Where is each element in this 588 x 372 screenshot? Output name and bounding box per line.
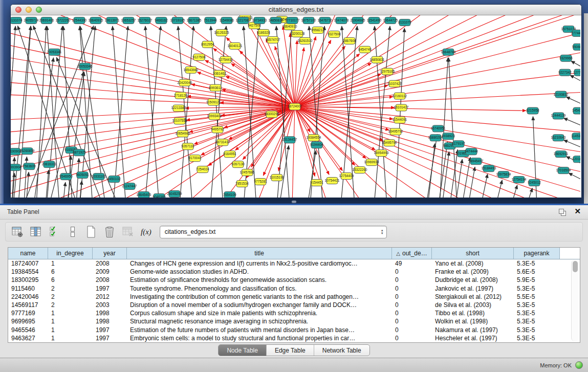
network-node[interactable]: 18126325 — [214, 29, 229, 36]
table-row[interactable]: 946362711997Embryonic stem cells: a mode… — [8, 334, 580, 342]
network-node[interactable]: 15134457 — [282, 137, 297, 143]
network-node[interactable]: 2718126 — [174, 92, 187, 99]
column-header-year[interactable]: year — [93, 248, 127, 259]
network-node[interactable]: 8215958 — [526, 107, 539, 114]
network-node[interactable]: 12754411 — [219, 56, 233, 63]
network-node[interactable]: 17710177 — [285, 17, 300, 24]
network-node[interactable]: 11549086 — [220, 17, 234, 24]
float-panel-icon[interactable] — [559, 209, 565, 215]
network-node[interactable]: 9450102 — [107, 176, 121, 183]
network-node[interactable]: 10474078 — [334, 17, 349, 24]
network-node[interactable]: 18724007 — [288, 103, 302, 110]
network-node[interactable]: 8993904 — [11, 164, 21, 171]
close-panel-icon[interactable]: ✕ — [574, 207, 581, 216]
network-node[interactable]: 20691406 — [39, 17, 54, 24]
network-node[interactable]: 25260859 — [20, 148, 35, 155]
network-node[interactable]: 8993611 — [209, 84, 222, 91]
network-node[interactable]: 12444139 — [551, 113, 566, 119]
network-node[interactable]: 1145323 — [572, 133, 580, 140]
network-node[interactable]: 1454302 — [572, 107, 580, 114]
network-node[interactable]: 10993402 — [207, 113, 222, 120]
network-node[interactable]: 11544091 — [393, 117, 407, 123]
network-node[interactable]: 10653257 — [121, 17, 136, 24]
network-node[interactable]: 21904985 — [351, 17, 365, 24]
network-node[interactable]: 9474444 — [465, 148, 478, 155]
network-node[interactable]: 16476730 — [318, 17, 333, 24]
column-header-in_degree[interactable]: in_degree — [48, 248, 93, 259]
row-pair-button[interactable] — [65, 225, 80, 239]
network-window-titlebar[interactable]: citations_edges.txt — [11, 5, 581, 15]
table-row[interactable]: 1872400712008Changes of HCN gene express… — [8, 259, 580, 268]
network-node[interactable]: 2867608 — [343, 37, 356, 44]
network-node[interactable]: 16495792 — [388, 128, 403, 135]
panel-resize-grip[interactable] — [292, 201, 296, 203]
table-row[interactable]: 946554611997Estimation of the future num… — [8, 326, 580, 334]
network-node[interactable]: 2774407 — [571, 30, 580, 36]
network-node[interactable]: 16640915 — [89, 17, 103, 24]
network-node[interactable]: 9329966 — [559, 55, 573, 61]
network-node[interactable]: 12544390 — [72, 17, 87, 24]
network-canvas[interactable]: 1872400718300295193845541812632589129549… — [11, 15, 580, 198]
table-scrollbar[interactable] — [571, 260, 579, 341]
network-node[interactable]: 17016504 — [556, 167, 571, 174]
column-header-out_de[interactable]: △out_de… — [392, 248, 432, 259]
tab-network-table[interactable]: Network Table — [314, 345, 369, 356]
network-node[interactable]: 10975834 — [496, 171, 511, 178]
column-header-title[interactable]: title — [127, 248, 392, 259]
table-row[interactable]: 1938455462009Genome-wide association stu… — [8, 268, 580, 276]
network-node[interactable]: 8912954 — [201, 41, 214, 48]
network-node[interactable]: 14850838 — [269, 17, 284, 24]
network-node[interactable]: 18945497 — [469, 158, 484, 165]
network-node[interactable]: 12754194 — [512, 177, 527, 183]
network-node[interactable]: 6179197 — [452, 141, 465, 147]
network-node[interactable]: 15495794 — [382, 140, 397, 146]
network-node[interactable]: 7583609 — [23, 163, 36, 170]
network-node[interactable]: 19644725 — [383, 17, 398, 24]
network-node[interactable]: 12457686 — [240, 169, 255, 176]
new-document-button[interactable] — [83, 225, 99, 239]
network-node[interactable]: 9546950 — [59, 173, 73, 180]
network-table-select[interactable]: citations_edges.txt ▲ ▼ — [160, 226, 387, 238]
memory-status-icon[interactable] — [575, 361, 583, 369]
table-row[interactable]: 911546021997Tourette syndrome. Phenomeno… — [8, 285, 580, 293]
network-node[interactable]: 16101427 — [394, 104, 409, 111]
network-node[interactable]: 16954993 — [374, 150, 389, 157]
network-node[interactable]: 9495792 — [211, 126, 224, 133]
column-header-pagerank[interactable]: pagerank — [514, 248, 560, 259]
network-node[interactable]: 12975165 — [380, 68, 395, 75]
network-node[interactable]: 10654985 — [176, 130, 190, 137]
network-node[interactable]: 16210643 — [551, 135, 566, 141]
network-node[interactable]: 9154451 — [310, 180, 323, 186]
table-row[interactable]: 2242004622012Investigating the contribut… — [8, 293, 580, 301]
network-node[interactable]: 9267130 — [231, 161, 245, 168]
network-node[interactable]: 8454749 — [358, 46, 372, 53]
network-node[interactable]: 16671385 — [187, 17, 202, 24]
network-node[interactable]: 22420046 — [178, 79, 192, 86]
network-node[interactable]: 19734933 — [252, 17, 267, 24]
select-column-button[interactable] — [28, 225, 43, 239]
table-row[interactable]: 1830029562008Estimation of significance … — [8, 276, 580, 284]
network-node[interactable]: 20053341 — [47, 49, 62, 55]
network-node[interactable]: 16640910 — [282, 23, 297, 30]
network-node[interactable]: 11541490 — [367, 17, 382, 24]
network-node[interactable]: 16261510 — [298, 37, 313, 44]
network-node[interactable]: 9170041 — [188, 155, 202, 162]
network-node[interactable]: 10331101 — [92, 173, 106, 180]
combo-spinner-icon[interactable]: ▲ ▼ — [378, 226, 386, 238]
network-node[interactable]: 9775281 — [254, 179, 267, 185]
network-node[interactable]: 18731417 — [215, 139, 230, 146]
network-node[interactable]: 9194404 — [310, 142, 323, 148]
network-node[interactable]: 8131079 — [398, 19, 411, 26]
network-node[interactable]: 9267110 — [182, 143, 194, 150]
network-node[interactable]: 16648784 — [441, 49, 456, 55]
node-table[interactable]: namein_degreeyeartitle△out_de…shortpager… — [8, 247, 580, 343]
network-node[interactable]: 9605051 — [76, 172, 89, 179]
network-node[interactable]: 16740951 — [431, 125, 446, 132]
network-node[interactable]: 19384554 — [307, 135, 321, 141]
table-scrollbar-thumb[interactable] — [573, 261, 578, 272]
network-window[interactable]: citations_edges.txt 18724007183002951938… — [10, 4, 582, 198]
network-node[interactable]: 12193832 — [554, 91, 569, 98]
network-node[interactable]: 9164951 — [223, 151, 236, 158]
network-node[interactable]: 16574707 — [266, 36, 280, 43]
network-node[interactable]: 7851534 — [235, 181, 249, 187]
